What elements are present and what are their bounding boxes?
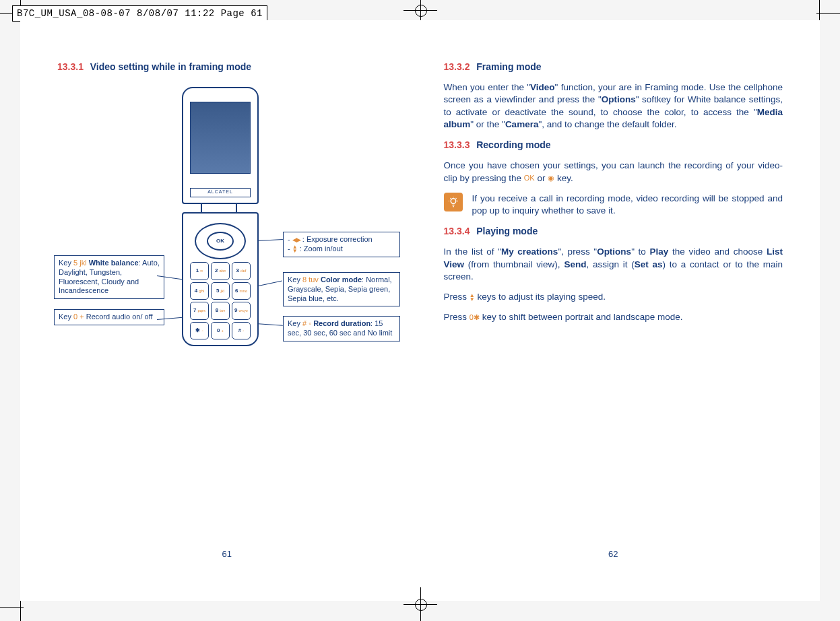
section-title: Video setting while in framing mode — [90, 61, 251, 72]
keypad-key: ✱◦ — [190, 322, 209, 340]
keypad-key: 1∞ — [190, 262, 209, 280]
section-number: 13.3.3 — [444, 139, 470, 150]
ok-button-icon: OK — [207, 232, 234, 251]
callout-record-audio: Key 0 + Record audio on/ off — [54, 309, 164, 325]
callout-color-mode: Key 8 tuv Color mode: Normal, Grayscale,… — [283, 272, 400, 306]
paragraph: Once you have chosen your settings, you … — [444, 160, 783, 184]
keypad-key: 3def — [232, 262, 251, 280]
keypad-key: 6mno — [232, 282, 251, 300]
updown-arrows-icon: ▲▼ — [470, 294, 475, 302]
keypad-key: 8tuv — [211, 302, 230, 320]
tip-callout: If you receive a call in recording mode,… — [444, 193, 783, 217]
crop-mark — [20, 597, 21, 621]
keypad-key: 9wxyz — [232, 302, 251, 320]
keypad-key: 2abc — [211, 262, 230, 280]
phone-illustration: ALCATEL OK 1∞2abc3def4ghi5jkl6mno7pqrs8t… — [182, 87, 256, 346]
dpad-icon: OK — [195, 223, 246, 259]
section-number: 13.3.1 — [57, 61, 84, 72]
section-title: Recording mode — [476, 139, 550, 150]
keypad: 1∞2abc3def4ghi5jkl6mno7pqrs8tuv9wxyz✱◦0+… — [190, 262, 251, 339]
registration-mark — [403, 587, 437, 621]
paragraph: When you enter the "Video" function, you… — [444, 81, 783, 131]
right-page-column: 13.3.2 Framing mode When you enter the "… — [444, 61, 783, 560]
section-number: 13.3.4 — [444, 226, 470, 236]
left-page-column: 13.3.1 Video setting while in framing mo… — [57, 61, 397, 560]
section-title: Playing mode — [476, 226, 538, 236]
keypad-key: 4ghi — [190, 282, 209, 300]
paragraph: Press 0✱ key to shift between portrait a… — [444, 311, 783, 323]
section-number: 13.3.2 — [444, 61, 470, 72]
tip-lightbulb-icon — [444, 193, 463, 211]
paragraph: In the list of "My creations", press "Op… — [444, 246, 783, 283]
page-number: 62 — [608, 548, 618, 560]
phone-diagram: Key 5 jkl White balance: Auto, Daylight,… — [57, 87, 397, 444]
camera-icon: ◉ — [548, 174, 554, 182]
keypad-key: 0+ — [211, 322, 230, 340]
callout-white-balance: Key 5 jkl White balance: Auto, Daylight,… — [54, 255, 164, 299]
page-number: 61 — [222, 548, 232, 560]
callout-record-duration: Key # ◦ Record duration: 15 sec, 30 sec,… — [283, 316, 400, 341]
print-page-header: B7C_UM_USA_08-08-07 8/08/07 11:22 Page 6… — [12, 5, 267, 22]
keypad-key: 5jkl — [211, 282, 230, 300]
svg-point-0 — [451, 199, 456, 204]
keypad-key: #◦ — [232, 322, 251, 340]
rotate-icon: 0✱ — [470, 314, 480, 321]
crop-mark — [816, 13, 840, 14]
paragraph: Press ▲▼ keys to adjust its playing spee… — [444, 291, 783, 303]
phone-screen-icon — [190, 102, 251, 174]
keypad-key: 7pqrs — [190, 302, 209, 320]
section-title: Framing mode — [476, 61, 541, 72]
phone-brand-label: ALCATEL — [190, 188, 251, 197]
callout-exposure-zoom: - ◀▶ : Exposure correction - ▲▼ : Zoom i… — [283, 232, 400, 257]
tip-text: If you receive a call in recording mode,… — [472, 193, 783, 217]
page-sheet: 13.3.1 Video setting while in framing mo… — [20, 20, 820, 601]
ok-icon: OK — [524, 174, 535, 182]
